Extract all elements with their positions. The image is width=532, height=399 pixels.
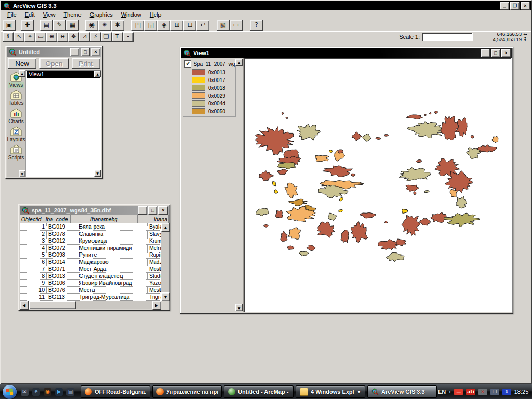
map-polygon[interactable] (402, 215, 420, 235)
map-polygon[interactable] (444, 213, 480, 227)
map-polygon[interactable] (256, 208, 269, 216)
map-polygon[interactable] (328, 213, 337, 220)
theme-visibility-checkbox[interactable]: ✔ (184, 60, 191, 68)
list-scroll-down[interactable]: ▼ (94, 170, 101, 177)
map-polygon[interactable] (287, 246, 294, 249)
map-polygon[interactable] (315, 155, 329, 162)
restore-button[interactable]: ❐ (510, 2, 520, 10)
project-window-titlebar[interactable]: Untitled _ □ × (7, 47, 101, 57)
ati-tray-icon[interactable]: ati (466, 389, 475, 395)
close-button[interactable]: × (91, 48, 100, 56)
table-window-titlebar[interactable]: spa_11_2007_wgs84_35n.dbf _ □ × (20, 206, 169, 215)
vertex-edit-tool[interactable]: ⌖ (24, 32, 35, 42)
map-polygon[interactable] (492, 136, 498, 143)
table-row[interactable]: 10BG076МестаMesta (20, 287, 161, 294)
sidebar-scroll-down[interactable]: ▼ (19, 170, 25, 177)
map-polygon[interactable] (476, 145, 497, 152)
map-polygon[interactable] (297, 125, 320, 140)
map-polygon[interactable] (259, 170, 274, 181)
map-polygon[interactable] (384, 135, 388, 137)
map-polygon[interactable] (281, 231, 287, 242)
map-polygon[interactable] (277, 163, 296, 169)
network-error-tray-icon[interactable]: ✕ (478, 389, 487, 395)
browser-icon[interactable]: e (32, 388, 40, 396)
sidebar-item-tables[interactable]: Tables (8, 89, 25, 106)
table-row[interactable]: 9BG106Язовир ИвайловградYazovir Ivaik (20, 280, 161, 287)
query-builder-button[interactable]: ✱ (111, 20, 124, 31)
zoom-in-tool[interactable]: ⊕ (46, 32, 57, 42)
map-polygon[interactable] (406, 115, 422, 119)
map-polygon[interactable] (434, 111, 438, 114)
select-features-button[interactable]: ▧ (217, 20, 230, 31)
menu-edit[interactable]: Edit (21, 11, 39, 18)
table-row[interactable]: 11BG113Триград-МурсалицаTrigrad-Murs (20, 294, 161, 301)
map-polygon[interactable] (277, 169, 288, 175)
sidebar-item-scripts[interactable]: Scripts (7, 144, 25, 161)
media-player-icon[interactable]: ▶ (55, 388, 63, 396)
legend-swatch[interactable] (192, 77, 205, 83)
sidebar-item-layouts[interactable]: Layouts (6, 126, 26, 142)
hotlink-tool[interactable]: ⚡ (90, 32, 101, 42)
updates-tray-icon[interactable]: ❐ (490, 389, 499, 395)
table-row[interactable]: 4BG072Мелнишки пирамидиMelnishki pir (20, 245, 161, 252)
scroll-left-button[interactable]: ◀ (20, 301, 29, 310)
legend-swatch[interactable] (192, 69, 205, 75)
minimize-button[interactable]: _ (481, 49, 490, 57)
tray-expand-chevron[interactable]: ‹ (449, 388, 451, 395)
project-item-view1[interactable]: View1 (27, 71, 100, 78)
explorer-icon[interactable]: ▤ (66, 388, 74, 396)
column-header-ibanamebg[interactable]: Ibanamebg (71, 215, 138, 223)
map-polygon[interactable] (339, 197, 343, 201)
zoom-in-button[interactable]: ⊞ (170, 20, 183, 31)
legend-swatch[interactable] (192, 85, 205, 91)
task-button[interactable]: OFFRoad-Bulgaria.c... (81, 385, 150, 398)
legend-swatch[interactable] (192, 92, 205, 99)
map-polygon[interactable] (286, 117, 287, 119)
task-button[interactable]: ArcView GIS 3.3 (367, 385, 437, 398)
pan-tool[interactable]: ✥ (68, 32, 79, 42)
taskbar-clock[interactable]: 18:25 (514, 389, 529, 395)
list-scroll-up[interactable]: ▲ (94, 71, 101, 77)
label-tool[interactable]: ❏ (101, 32, 112, 42)
map-polygon[interactable] (299, 251, 309, 256)
minimize-button[interactable]: _ (138, 206, 147, 215)
maximize-button[interactable]: □ (81, 48, 90, 56)
new-button[interactable]: New (8, 58, 36, 69)
column-header-iba_code[interactable]: Iba_code (43, 215, 71, 223)
maximize-button[interactable]: □ (491, 49, 500, 57)
print-button[interactable]: Print (72, 58, 100, 69)
find-button[interactable]: ◉ (85, 20, 98, 31)
numlock-tray-icon[interactable]: 1 (502, 389, 511, 395)
view-window-titlebar[interactable]: View1 _ □ × (181, 48, 512, 58)
map-polygon[interactable] (471, 136, 474, 139)
select-box-tool[interactable]: ▭ (35, 32, 46, 42)
scrollbar-thumb[interactable] (29, 301, 76, 309)
maximize-button[interactable]: □ (148, 206, 157, 215)
table-row[interactable]: 2BG078СлавянкаSlavyanka (20, 231, 161, 238)
legend-scroll-up[interactable]: ▲ (235, 59, 243, 66)
table-horizontal-scrollbar[interactable]: ◀ ▶ (20, 301, 161, 309)
close-button[interactable]: × (521, 2, 530, 10)
map-polygon[interactable] (441, 116, 459, 140)
scale-input[interactable] (422, 33, 473, 41)
scroll-down-button[interactable]: ▼ (161, 292, 170, 301)
map-polygon[interactable] (407, 121, 444, 138)
task-button[interactable]: 4 Windows Explorer▼ (296, 385, 365, 398)
map-polygon[interactable] (416, 159, 421, 162)
column-header-objectid[interactable]: Objectid (20, 215, 43, 223)
security-tray-icon[interactable]: — (454, 389, 463, 395)
menu-graphics[interactable]: Graphics (86, 11, 117, 18)
language-indicator[interactable]: EN (438, 389, 446, 395)
map-polygon[interactable] (285, 183, 298, 198)
map-polygon[interactable] (288, 228, 300, 240)
map-polygon[interactable] (384, 221, 388, 223)
map-polygon[interactable] (360, 212, 376, 218)
edit-legend-button[interactable]: ✎ (53, 20, 66, 31)
sidebar-item-charts[interactable]: Charts (7, 108, 24, 124)
legend-swatch[interactable] (192, 108, 205, 114)
map-canvas[interactable] (244, 58, 512, 312)
map-polygon[interactable] (323, 166, 353, 177)
zoom-out-tool[interactable]: ⊖ (57, 32, 68, 42)
map-polygon[interactable] (317, 222, 335, 238)
save-project-button[interactable]: ▣ (3, 20, 16, 31)
